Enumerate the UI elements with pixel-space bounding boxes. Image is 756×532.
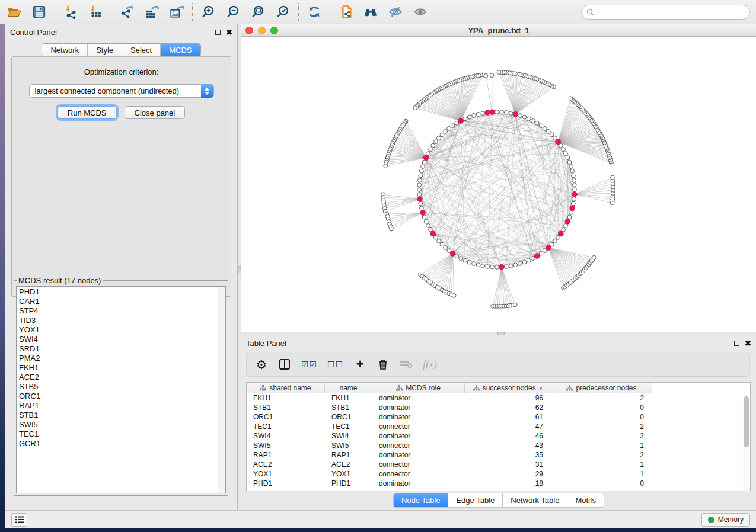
network-frame-titlebar[interactable]: YPA_prune.txt_1 <box>241 24 756 37</box>
mcds-result-group: MCDS result (17 nodes) PHD1CAR1STP4TID3Y… <box>14 276 228 496</box>
close-table-panel-icon[interactable]: ✖ <box>745 339 751 347</box>
list-item[interactable]: SWI5 <box>17 420 225 430</box>
deselect-all-rows-icon[interactable]: ☐☐ <box>327 357 343 372</box>
cell-shared-name: TEC1 <box>247 422 325 431</box>
save-session-icon[interactable] <box>31 4 47 20</box>
column-header-name[interactable]: name <box>325 383 372 393</box>
tab-network-table[interactable]: Network Table <box>503 493 567 507</box>
tab-select[interactable]: Select <box>122 44 161 56</box>
mcds-result-title: MCDS result (17 nodes) <box>17 276 103 285</box>
close-frame-icon[interactable] <box>245 27 253 34</box>
hide-selected-eye-slash-icon[interactable] <box>387 4 404 20</box>
zoom-out-icon[interactable] <box>225 4 241 20</box>
tab-edge-table[interactable]: Edge Table <box>448 493 503 507</box>
mcds-result-list[interactable]: PHD1CAR1STP4TID3YOX1SWI4SRD1PMA2FKH1ACE2… <box>16 286 226 493</box>
table-row[interactable]: PHD1PHD1dominator180 <box>247 479 750 488</box>
optimization-criterion-select[interactable]: largest connected component (undirected) <box>29 84 214 98</box>
search-input[interactable] <box>597 6 745 18</box>
tab-network[interactable]: Network <box>42 44 88 56</box>
cell-MCDS-role: dominator <box>372 432 465 440</box>
list-item[interactable]: YOX1 <box>17 325 225 335</box>
cell-name: PHD1 <box>325 479 372 488</box>
export-image-icon[interactable] <box>168 4 185 20</box>
table-row[interactable]: STB1STB1dominator620 <box>247 403 750 412</box>
network-search-field <box>581 5 750 20</box>
optimization-criterion-label: Optimization criterion: <box>12 68 231 76</box>
table-settings-icon[interactable]: ⚙ <box>255 357 268 372</box>
table-row[interactable]: SWI5SWI5connector431 <box>247 441 750 450</box>
run-mcds-button[interactable]: Run MCDS <box>58 106 117 119</box>
cell-shared-name: RAP1 <box>247 451 325 459</box>
list-item[interactable]: ORC1 <box>17 392 225 401</box>
cell-successor-nodes: 46 <box>465 432 551 440</box>
refresh-view-icon[interactable] <box>306 4 323 20</box>
zoom-in-icon[interactable] <box>200 4 216 20</box>
close-panel-icon[interactable]: ✖ <box>226 28 232 36</box>
list-item[interactable]: TEC1 <box>17 430 225 439</box>
tab-motifs[interactable]: Motifs <box>567 493 604 507</box>
column-header-MCDS-role[interactable]: MCDS role <box>372 383 465 393</box>
export-table-icon[interactable] <box>143 4 160 20</box>
maximize-frame-icon[interactable] <box>270 27 278 34</box>
list-item[interactable]: TID3 <box>17 316 225 325</box>
table-row[interactable]: ORC1ORC1dominator610 <box>247 412 750 422</box>
import-table-icon[interactable] <box>87 4 104 20</box>
table-row[interactable]: RAP1RAP1dominator352 <box>247 450 750 460</box>
tab-node-table[interactable]: Node Table <box>394 493 449 507</box>
open-file-icon[interactable] <box>6 4 23 20</box>
list-item[interactable]: SWI4 <box>17 335 225 344</box>
column-header-predecessor-nodes[interactable]: predecessor nodes <box>551 383 652 393</box>
cell-predecessor-nodes: 0 <box>551 479 652 488</box>
new-network-from-selection-icon[interactable] <box>337 4 354 20</box>
export-network-icon[interactable] <box>119 4 135 20</box>
cell-shared-name: ORC1 <box>247 413 325 421</box>
float-panel-icon[interactable] <box>215 30 221 35</box>
minimize-frame-icon[interactable] <box>258 27 266 34</box>
list-item[interactable]: RAP1 <box>17 401 225 411</box>
list-item[interactable]: CAR1 <box>17 297 225 306</box>
table-row[interactable]: SWI4SWI4dominator462 <box>247 431 750 441</box>
tab-style[interactable]: Style <box>88 44 122 56</box>
zoom-fit-icon[interactable] <box>250 4 266 20</box>
close-panel-button[interactable]: Close panel <box>125 106 186 119</box>
network-graph[interactable] <box>241 37 756 332</box>
table-row[interactable]: TEC1TEC1connector472 <box>247 422 750 431</box>
search-binoculars-icon[interactable] <box>362 4 379 20</box>
list-item[interactable]: STP4 <box>17 306 225 316</box>
add-column-icon[interactable]: + <box>353 357 366 372</box>
list-item[interactable]: STB5 <box>17 382 225 392</box>
column-header-shared-name[interactable]: shared name <box>247 383 325 393</box>
memory-button[interactable]: Memory <box>701 513 750 527</box>
import-network-icon[interactable] <box>62 4 79 20</box>
zoom-selected-icon[interactable] <box>275 4 291 20</box>
cell-MCDS-role: connector <box>372 470 465 478</box>
list-item[interactable]: PMA2 <box>17 354 225 363</box>
task-history-button[interactable] <box>11 513 27 527</box>
list-item[interactable]: ACE2 <box>17 373 225 382</box>
mcds-list-scrollbar[interactable] <box>218 287 225 493</box>
list-item[interactable]: FKH1 <box>17 363 225 373</box>
scrollbar-thumb[interactable] <box>744 396 749 447</box>
show-preview-eye-icon[interactable] <box>412 4 429 20</box>
workspace: Control Panel ✖ NetworkStyleSelectMCDS O… <box>5 24 756 510</box>
criterion-selected-value: largest connected component (undirected) <box>30 86 180 95</box>
float-table-panel-icon[interactable] <box>734 341 739 346</box>
table-scrollbar[interactable] <box>743 395 749 489</box>
cell-shared-name: ACE2 <box>247 460 325 469</box>
select-all-rows-icon[interactable]: ☑☑ <box>301 357 317 372</box>
list-item[interactable]: PHD1 <box>17 287 225 297</box>
list-item[interactable]: SRD1 <box>17 344 225 354</box>
cell-name: FKH1 <box>325 394 372 402</box>
table-row[interactable]: FKH1FKH1dominator962 <box>247 393 750 403</box>
column-header-successor-nodes[interactable]: successor nodes∨ <box>465 383 551 393</box>
table-row[interactable]: YOX1YOX1connector291 <box>247 469 750 479</box>
cell-name: SWI5 <box>325 441 372 450</box>
list-item[interactable]: GCR1 <box>17 439 225 448</box>
list-item[interactable]: STB1 <box>17 411 225 420</box>
column-layout-icon[interactable] <box>278 357 291 372</box>
cell-predecessor-nodes: 0 <box>551 403 652 412</box>
table-row[interactable]: ACE2ACE2connector311 <box>247 460 750 469</box>
cell-predecessor-nodes: 2 <box>551 451 652 459</box>
delete-column-icon[interactable] <box>377 357 390 372</box>
tab-mcds[interactable]: MCDS <box>161 44 200 56</box>
